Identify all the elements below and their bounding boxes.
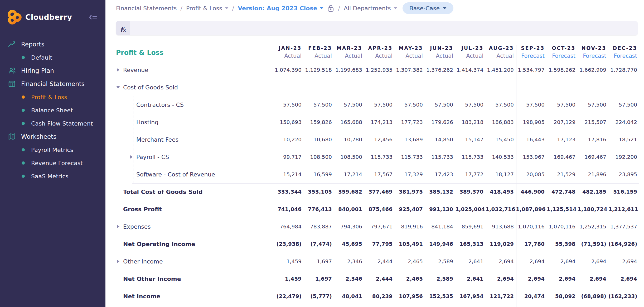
row-label-cell[interactable]: Hosting <box>116 119 273 126</box>
cell[interactable]: 1,662,909 <box>578 67 608 73</box>
cell[interactable]: 1,025,004 <box>455 206 486 212</box>
cell[interactable]: 57,500 <box>578 102 608 108</box>
cell[interactable]: (68,898) <box>578 293 608 299</box>
sidebar-item-worksheets[interactable]: Worksheets <box>0 130 105 143</box>
cell[interactable]: 925,407 <box>395 206 425 212</box>
cell[interactable]: 2,589 <box>425 258 455 265</box>
cell[interactable]: 149,946 <box>425 241 455 247</box>
cell[interactable]: 1,697 <box>304 258 334 265</box>
cell[interactable]: 1,728,770 <box>608 67 639 73</box>
cell[interactable]: 991,130 <box>425 206 455 212</box>
cell[interactable]: 57,500 <box>425 102 455 108</box>
cell[interactable]: 159,826 <box>304 119 334 125</box>
cell[interactable]: 45,695 <box>334 241 364 247</box>
cell[interactable]: 115,733 <box>455 154 486 160</box>
row-label-cell[interactable]: Net Income <box>116 293 273 300</box>
sidebar-item-payroll-metrics[interactable]: Payroll Metrics <box>0 143 105 156</box>
cell[interactable]: 15,214 <box>273 171 304 178</box>
cell[interactable]: 2,346 <box>334 276 364 282</box>
cell[interactable]: 17,780 <box>516 241 547 247</box>
cell[interactable]: 794,306 <box>334 223 364 230</box>
row-label-cell[interactable]: Cost of Goods Sold <box>116 84 273 91</box>
cell[interactable]: 150,693 <box>273 119 304 125</box>
cell[interactable]: 1,376,262 <box>425 67 455 73</box>
cell[interactable]: 57,500 <box>516 102 547 108</box>
cell[interactable]: 2,694 <box>578 276 608 282</box>
cell[interactable]: 169,467 <box>578 154 608 160</box>
cell[interactable]: 10,220 <box>273 136 304 143</box>
cell[interactable]: 17,816 <box>578 136 608 143</box>
row-label-cell[interactable]: Revenue <box>116 67 273 73</box>
cell[interactable]: 108,500 <box>334 154 364 160</box>
cell[interactable]: 446,900 <box>516 189 547 195</box>
cell[interactable]: 1,451,209 <box>486 67 516 73</box>
cell[interactable]: 377,469 <box>364 189 395 195</box>
cell[interactable]: 57,500 <box>455 102 486 108</box>
cell[interactable]: 13,689 <box>395 136 425 143</box>
cell[interactable]: 215,507 <box>578 119 608 125</box>
cell[interactable]: 198,905 <box>516 119 547 125</box>
cell[interactable]: 77,795 <box>364 241 395 247</box>
cell[interactable]: 165,313 <box>455 241 486 247</box>
cell[interactable]: 381,975 <box>395 189 425 195</box>
cell[interactable]: 1,459 <box>273 276 304 282</box>
cell[interactable]: 418,493 <box>486 189 516 195</box>
cell[interactable]: 152,535 <box>425 293 455 299</box>
cell[interactable]: 153,967 <box>516 154 547 160</box>
cell[interactable]: 186,883 <box>486 119 516 125</box>
cell[interactable]: 2,589 <box>425 276 455 282</box>
chevron-down-icon[interactable] <box>116 86 120 89</box>
cell[interactable]: 1,199,683 <box>334 67 364 73</box>
sidebar-item-reports[interactable]: Reports <box>0 38 105 51</box>
cell[interactable]: 105,491 <box>395 241 425 247</box>
cell[interactable]: 121,722 <box>486 293 516 299</box>
cell[interactable]: 2,641 <box>455 276 486 282</box>
cell[interactable]: (5,777) <box>304 293 334 299</box>
cell[interactable]: 819,916 <box>395 223 425 230</box>
cell[interactable]: 57,500 <box>304 102 334 108</box>
cell[interactable]: 385,132 <box>425 189 455 195</box>
sidebar-item-balance-sheet[interactable]: Balance Sheet <box>0 104 105 117</box>
cell[interactable]: 840,001 <box>334 206 364 212</box>
cell[interactable]: 57,500 <box>273 102 304 108</box>
cell[interactable]: 57,500 <box>364 102 395 108</box>
row-label-cell[interactable]: Net Other Income <box>116 276 273 282</box>
cell[interactable]: 2,694 <box>486 276 516 282</box>
cell[interactable]: 174,213 <box>364 119 395 125</box>
cell[interactable]: 18,127 <box>486 171 516 178</box>
cell[interactable]: 1,070,116 <box>547 223 578 230</box>
cell[interactable]: 1,598,262 <box>547 67 578 73</box>
cell[interactable]: (7,474) <box>304 241 334 247</box>
cell[interactable]: 192,200 <box>608 154 639 160</box>
cell[interactable]: 179,626 <box>425 119 455 125</box>
cell[interactable]: 15,450 <box>486 136 516 143</box>
cell[interactable]: 841,184 <box>425 223 455 230</box>
cell[interactable]: 472,748 <box>547 189 578 195</box>
cell[interactable]: 17,772 <box>455 171 486 178</box>
cell[interactable]: (164,926) <box>608 241 639 247</box>
cell[interactable]: (22,479) <box>273 293 304 299</box>
cell[interactable]: 2,694 <box>516 258 547 265</box>
cell[interactable]: 2,465 <box>395 258 425 265</box>
sidebar-item-default[interactable]: Default <box>0 51 105 64</box>
cell[interactable]: 224,042 <box>608 119 639 125</box>
cell[interactable]: 140,533 <box>486 154 516 160</box>
cell[interactable]: 167,954 <box>455 293 486 299</box>
scenario-selector[interactable]: Base-Case <box>403 2 453 14</box>
chevron-right-icon[interactable] <box>130 155 133 159</box>
cell[interactable]: 797,671 <box>364 223 395 230</box>
cell[interactable]: 2,444 <box>364 276 395 282</box>
cell[interactable]: 1,377,537 <box>608 223 639 230</box>
row-label-cell[interactable]: Contractors - CS <box>116 102 273 108</box>
cell[interactable]: 115,733 <box>364 154 395 160</box>
sidebar-item-cash-flow-statement[interactable]: Cash Flow Statement <box>0 117 105 130</box>
chevron-right-icon[interactable] <box>117 68 119 72</box>
sidebar-item-profit-loss[interactable]: Profit & Loss <box>0 90 105 104</box>
cell[interactable]: 169,467 <box>547 154 578 160</box>
cell[interactable]: 16,599 <box>304 171 334 178</box>
cell[interactable]: 15,147 <box>455 136 486 143</box>
cell[interactable]: 2,694 <box>547 258 578 265</box>
cell[interactable]: 16,443 <box>516 136 547 143</box>
cell[interactable]: 57,500 <box>547 102 578 108</box>
row-label-cell[interactable]: Software - Cost of Revenue <box>116 171 273 178</box>
